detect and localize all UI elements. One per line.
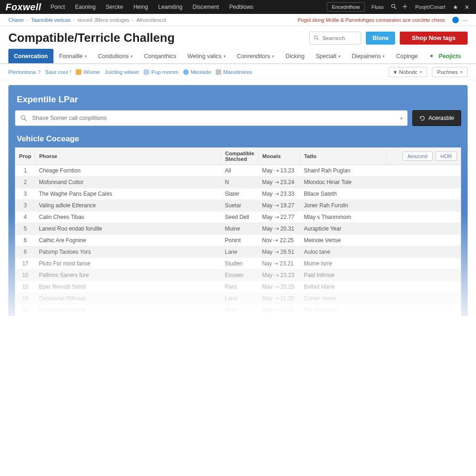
table-row[interactable]: 5Lanest Roo endati forullleMuineMay ⇢ 20… xyxy=(15,223,461,235)
meta-link[interactable]: Plertontona? xyxy=(8,69,40,75)
cell-name: Pluto For most fanse xyxy=(35,258,221,270)
dash-icon[interactable]: — xyxy=(463,17,468,23)
meta-link[interactable]: Juicling witwer xyxy=(105,69,139,75)
meta-link[interactable]: Pup momm xyxy=(144,69,178,75)
tab-item[interactable]: Condultions▾ xyxy=(93,49,139,63)
topnav-item[interactable]: Pedblows xyxy=(229,4,253,10)
tab-item-green[interactable]: ✦Peojicts xyxy=(423,49,467,63)
top-bar: Foxwell Ponct Eaoning Sercke Heing Leami… xyxy=(0,0,476,14)
header-search[interactable] xyxy=(309,32,361,45)
header-search-input[interactable] xyxy=(322,35,357,41)
plus-icon[interactable] xyxy=(401,3,409,11)
close-icon[interactable]: ✕ xyxy=(463,4,470,11)
topnav-item[interactable]: Eaoning xyxy=(75,4,96,10)
cell-compatible: Lane xyxy=(221,246,258,258)
crumb[interactable]: Charer xyxy=(8,17,24,23)
chevron-down-icon: ▾ xyxy=(383,54,385,59)
cell-date: May ⇢ 13.23 xyxy=(258,165,300,177)
meta-link[interactable]: Meolade xyxy=(183,69,211,75)
table-row[interactable]: 3Valing adlole EtferanceSuetarMay ⇢ 19.2… xyxy=(15,200,461,212)
cell-index: 5 xyxy=(15,223,35,235)
top-right-label[interactable]: Poojrt/Conart xyxy=(412,4,448,10)
panel-action-button[interactable]: Acerasble xyxy=(412,110,461,126)
cell-date: May ⇢ 19.27 xyxy=(258,200,300,212)
topnav-item[interactable]: Ponct xyxy=(51,4,65,10)
table-row[interactable]: 4Calin Chees TibasSeed DellMay ⇢ 22.77Ml… xyxy=(15,212,461,223)
cell-index: 6 xyxy=(15,235,35,246)
th-button[interactable]: HOR xyxy=(436,152,457,161)
breadcrumb: Charer· Taannible vericas· vioced ,Bfece… xyxy=(8,17,298,23)
header-blue-button[interactable]: Blone xyxy=(366,32,395,45)
tab-item[interactable]: Fonnallle▾ xyxy=(53,49,93,63)
cell-compatible: Ponint xyxy=(221,235,258,246)
topnav-item[interactable]: Discement xyxy=(192,4,219,10)
th-compatible[interactable]: Compatible Steclsed xyxy=(221,148,258,165)
cell-index: 14 xyxy=(15,304,35,316)
breadcrumb-strip: Charer· Taannible vericas· vioced ,Bfece… xyxy=(0,14,476,26)
meta-link[interactable]: Manolimires xyxy=(216,69,252,75)
svg-point-0 xyxy=(392,4,395,7)
cell-title: Aurapticle Year xyxy=(300,223,387,235)
meta-dropdown[interactable]: ♥Nobndc▾ xyxy=(389,67,427,77)
table-row[interactable]: 2Mofonnand CuttorNMay ⇢ 23.24Mlondoc Hin… xyxy=(15,177,461,188)
search-icon[interactable] xyxy=(390,3,397,11)
search-icon xyxy=(313,35,319,41)
page-title: Compatible/Terricle Challeng xyxy=(8,31,304,45)
cell-compatible: Lano xyxy=(221,293,258,304)
crumb-sep: · xyxy=(27,17,28,23)
table-row[interactable]: 10Bper Renodt SstmlParoMav ⇢ 20.25Bellad… xyxy=(15,281,461,293)
cell-compatible: Suetar xyxy=(221,200,258,212)
tab-item[interactable]: Conrenditors▾ xyxy=(231,49,280,63)
th-name[interactable]: Phorse xyxy=(35,148,221,165)
cell-compatible: Seed Dell xyxy=(221,212,258,223)
table-row[interactable]: 10Comoanat RillnoasLanoMay ⇢ 21.20Conen … xyxy=(15,293,461,304)
th-title[interactable]: Tatlo xyxy=(300,148,387,165)
topnav-item[interactable]: Sercke xyxy=(106,4,123,10)
shop-now-button[interactable]: Shop Now tags xyxy=(400,32,468,45)
top-action-button[interactable]: Encednlhow xyxy=(327,2,365,12)
th-button[interactable]: Aeszond xyxy=(403,152,433,161)
cell-date: May ⇢ 21.20 xyxy=(258,293,300,304)
cell-compatible: Eossen xyxy=(221,270,258,281)
table-row[interactable]: 6Patsmp Taoloes YorsLaneMay ⇢ 26.51Auloc… xyxy=(15,246,461,258)
cell-date: May ⇢ 23.23 xyxy=(258,270,300,281)
svg-line-7 xyxy=(25,119,26,121)
table-row[interactable]: 6Calhic Are FogninePonintNov ⇢ 22.25Mein… xyxy=(15,235,461,246)
panel-search[interactable]: ▾ xyxy=(15,110,408,126)
th-index[interactable]: Prop xyxy=(15,148,35,165)
meta-link[interactable]: Wiome xyxy=(76,69,100,75)
tab-item[interactable]: Dicking xyxy=(280,49,310,63)
cell-index: 3 xyxy=(15,188,35,200)
table-row[interactable]: 1Cheage ForntionAllMay ⇢ 13.23Shainf Rah… xyxy=(15,165,461,177)
table-row[interactable]: 3The Waghe Pans Eape CalesSlaterMay ⇢ 23… xyxy=(15,188,461,200)
panel-search-input[interactable] xyxy=(32,115,397,121)
crumb-sep: · xyxy=(73,17,75,23)
meta-dropdown[interactable]: Puchnes▾ xyxy=(432,67,468,77)
cell-title: Shainf Rah Puglan xyxy=(300,165,387,177)
table-row[interactable]: 17Pluto For most fanseStudenNay ⇢ 23.21M… xyxy=(15,258,461,270)
tab-item[interactable]: Diepainens▾ xyxy=(346,49,391,63)
table-row[interactable]: 10Pallinns Saners fureEossenMay ⇢ 23.23P… xyxy=(15,270,461,281)
cell-name: Calhic Are Fognine xyxy=(35,235,221,246)
cell-index: 3 xyxy=(15,200,35,212)
table-row[interactable]: 14Inrcomahre HoaneBrunMay ⇢ 13.25Pal ano… xyxy=(15,304,461,316)
tab-item[interactable]: Copinge xyxy=(390,49,423,63)
tab-active[interactable]: Conercation xyxy=(8,49,53,63)
tab-item[interactable]: Specialt▾ xyxy=(310,49,346,63)
meta-row: Plertontona? Saur cour ! Wiome Juicling … xyxy=(0,64,476,80)
tab-item[interactable]: Weting valics▾ xyxy=(182,49,231,63)
star-icon[interactable]: ★ xyxy=(452,4,459,11)
th-models[interactable]: Mooals xyxy=(258,148,300,165)
crumb[interactable]: vioced ,Bfece ondoges xyxy=(78,17,129,23)
info-icon[interactable] xyxy=(452,17,459,23)
topnav-item[interactable]: Leamiting xyxy=(158,4,182,10)
tab-item[interactable]: Conqanthics xyxy=(139,49,182,63)
crumb[interactable]: Afrorcidencol xyxy=(136,17,166,23)
meta-link[interactable]: Saur cour ! xyxy=(45,69,71,75)
top-action-link[interactable]: Fluss xyxy=(369,4,386,10)
topnav-item[interactable]: Heing xyxy=(133,4,148,10)
chevron-down-icon[interactable]: ▾ xyxy=(397,116,403,121)
cell-title: Pal anorteme xyxy=(300,304,387,316)
crumb[interactable]: Taannible vericas xyxy=(31,17,71,23)
cell-name: The Waghe Pans Eape Cales xyxy=(35,188,221,200)
